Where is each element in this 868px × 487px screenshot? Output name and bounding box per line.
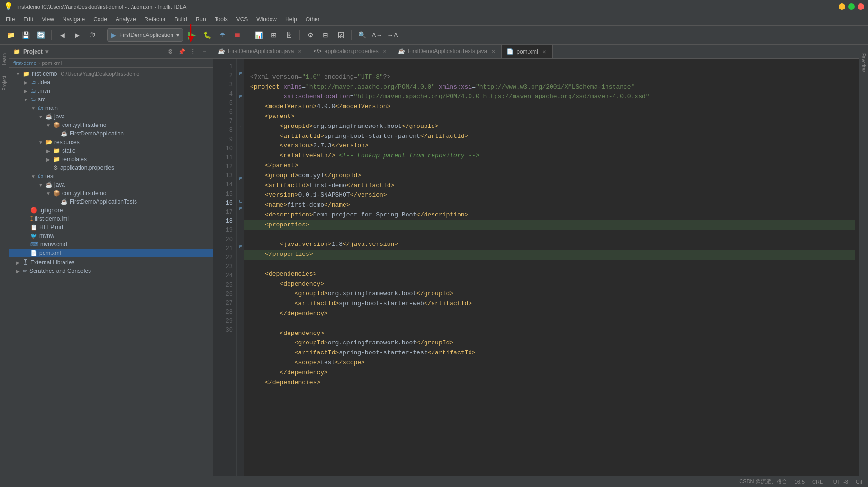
tree-item-gitignore[interactable]: 🔴 .gitignore	[9, 206, 213, 215]
layout-button[interactable]: ⊟	[319, 28, 332, 42]
fold-16[interactable]: ⊟	[237, 175, 244, 182]
menu-code[interactable]: Code	[90, 15, 111, 24]
toolbar-save-all[interactable]: 💾	[19, 28, 32, 42]
translate-1-button[interactable]: A→	[371, 28, 384, 42]
close-btn[interactable]	[858, 3, 864, 10]
menu-file[interactable]: File	[2, 15, 18, 24]
toolbar-sync[interactable]: 🔄	[34, 28, 47, 42]
run-button[interactable]: ▶	[185, 28, 199, 42]
tab-close-2[interactable]: ✕	[381, 48, 388, 54]
tree-item-idea[interactable]: ▶ 🗂 .idea	[9, 78, 213, 87]
tree-item-app-props[interactable]: ⚙ application.properties	[9, 163, 213, 172]
code-content[interactable]: <?xml version="1.0" encoding="UTF-8"?> <…	[244, 59, 859, 476]
tab-close-4[interactable]: ✕	[541, 48, 548, 55]
maximize-btn[interactable]	[848, 3, 855, 10]
gutter-24	[237, 235, 244, 243]
project-more-btn[interactable]: ⋮	[188, 47, 198, 56]
toolbar-back[interactable]: ◀	[55, 28, 69, 42]
tree-item-java-main[interactable]: ▼ ☕ java	[9, 112, 213, 121]
gutter-26	[237, 251, 244, 258]
tree-item-templates[interactable]: ▶ 📁 templates	[9, 155, 213, 163]
line-26: <groupId>org.springframework.boot</group…	[250, 339, 453, 346]
tab-label-3: FirstDemoApplicationTests.java	[408, 48, 487, 54]
tree-item-test[interactable]: ▼ 🗂 test	[9, 172, 213, 180]
fold-2[interactable]: ⊟	[237, 70, 244, 78]
project-minimize-btn[interactable]: −	[199, 47, 209, 56]
tree-item-FirstDemoApplication[interactable]: ☕ FirstDemoApplication	[9, 129, 213, 138]
tree-item-mvnw-cmd[interactable]: ⌨ mvnw.cmd	[9, 240, 213, 249]
menu-tools[interactable]: Tools	[211, 15, 232, 24]
menu-help[interactable]: Help	[281, 15, 301, 24]
tab-application-properties[interactable]: </> application.properties ✕	[308, 45, 393, 58]
menu-view[interactable]: View	[38, 15, 58, 24]
breadcrumb-file[interactable]: pom.xml	[42, 60, 62, 66]
title-bar: 💡 first-demo [C:\Users\Yang\Desktop\firs…	[0, 0, 868, 13]
menu-vcs[interactable]: VCS	[233, 15, 252, 24]
fold-25[interactable]: ⊟	[237, 243, 244, 251]
menu-edit[interactable]: Edit	[19, 15, 37, 24]
static-folder-icon: 📁	[53, 147, 60, 154]
project-gear-btn[interactable]: ⚙	[165, 47, 175, 56]
test-package-icon: 📦	[53, 190, 60, 197]
terminal-button[interactable]: ⊞	[267, 28, 280, 42]
tab-FirstDemoApplication[interactable]: ☕ FirstDemoApplication.java ✕	[213, 45, 308, 58]
line-21: <groupId>org.springframework.boot</group…	[250, 290, 453, 297]
tree-item-external-libs[interactable]: ▶ 🗄 External Libraries	[9, 258, 213, 267]
project-tab[interactable]: Project	[1, 72, 8, 94]
tree-item-iml[interactable]: 𝕀 first-demo.iml	[9, 215, 213, 223]
translate-2-button[interactable]: →A	[386, 28, 399, 42]
toolbar-recent[interactable]: ⏱	[86, 28, 99, 42]
tree-arrow-java-main: ▼	[38, 114, 44, 119]
run-config-selector[interactable]: ▶ FirstDemoApplication ▾	[107, 28, 183, 42]
minimize-btn[interactable]	[839, 3, 845, 10]
tree-item-help-md[interactable]: 📋 HELP.md	[9, 223, 213, 232]
toolbar-open-project[interactable]: 📁	[4, 28, 17, 42]
db-browser[interactable]: 🗄	[282, 28, 296, 42]
menu-analyze[interactable]: Analyze	[112, 15, 140, 24]
debug-button[interactable]: 🐛	[200, 28, 214, 42]
tree-item-src[interactable]: ▼ 🗂 src	[9, 95, 213, 104]
learn-tab[interactable]: Learn	[1, 49, 8, 69]
tree-item-pom-xml[interactable]: 📄 pom.xml	[9, 249, 213, 257]
fold-5[interactable]: ⊟	[237, 93, 244, 100]
menu-run[interactable]: Run	[192, 15, 210, 24]
tree-item-package-main[interactable]: ▼ 📦 com.yyl.firstdemo	[9, 121, 213, 129]
tab-FirstDemoApplicationTests[interactable]: ☕ FirstDemoApplicationTests.java ✕	[393, 45, 502, 58]
coverage-button[interactable]: ☂	[216, 28, 229, 42]
tree-item-root[interactable]: ▼ 📁 first-demo C:\Users\Yang\Desktop\fir…	[9, 70, 213, 78]
menu-window[interactable]: Window	[253, 15, 280, 24]
gutter: ⊟ ⊟ · ⊟ ⊟ ⊟	[237, 59, 244, 476]
tree-item-package-test[interactable]: ▼ 📦 com.yyl.firstdemo	[9, 189, 213, 198]
fold-20[interactable]: ⊟	[237, 205, 244, 213]
toolbar-forward[interactable]: ▶	[71, 28, 84, 42]
tree-item-main[interactable]: ▼ 🗂 main	[9, 104, 213, 112]
menu-refactor[interactable]: Refactor	[141, 15, 170, 24]
gutter-28	[237, 266, 244, 273]
menu-other[interactable]: Other	[302, 15, 324, 24]
project-dropdown-icon[interactable]: ▾	[45, 48, 48, 55]
tab-pom-xml[interactable]: 📄 pom.xml ✕	[502, 45, 552, 58]
tab-close-3[interactable]: ✕	[490, 48, 497, 54]
project-pin-btn[interactable]: 📌	[177, 47, 186, 56]
profile-button[interactable]: 📊	[252, 28, 265, 42]
stop-button[interactable]: ⏹	[231, 28, 244, 42]
fold-19[interactable]: ⊟	[237, 198, 244, 205]
menu-navigate[interactable]: Navigate	[59, 15, 89, 24]
separator-5	[351, 30, 352, 40]
tree-item-tests-class[interactable]: ☕ FirstDemoApplicationTests	[9, 198, 213, 206]
tree-arrow-ext-libs: ▶	[15, 260, 21, 265]
favorites-tab[interactable]: Favorites	[860, 49, 867, 76]
ui-button[interactable]: 🖼	[334, 28, 347, 42]
menu-build[interactable]: Build	[171, 15, 191, 24]
tree-item-java-test[interactable]: ▼ ☕ java	[9, 180, 213, 189]
gutter-27	[237, 258, 244, 266]
tree-item-scratches[interactable]: ▶ ✏ Scratches and Consoles	[9, 267, 213, 275]
tree-item-mvn[interactable]: ▶ 🗂 .mvn	[9, 87, 213, 95]
tree-item-resources[interactable]: ▼ 📂 resources	[9, 138, 213, 146]
search-button[interactable]: 🔍	[355, 28, 369, 42]
settings-button[interactable]: ⚙	[304, 28, 317, 42]
tree-item-static[interactable]: ▶ 📁 static	[9, 146, 213, 155]
tab-close-1[interactable]: ✕	[297, 48, 303, 54]
breadcrumb-root[interactable]: first-demo	[13, 60, 36, 66]
tree-item-mvnw[interactable]: 🐦 mvnw	[9, 232, 213, 240]
